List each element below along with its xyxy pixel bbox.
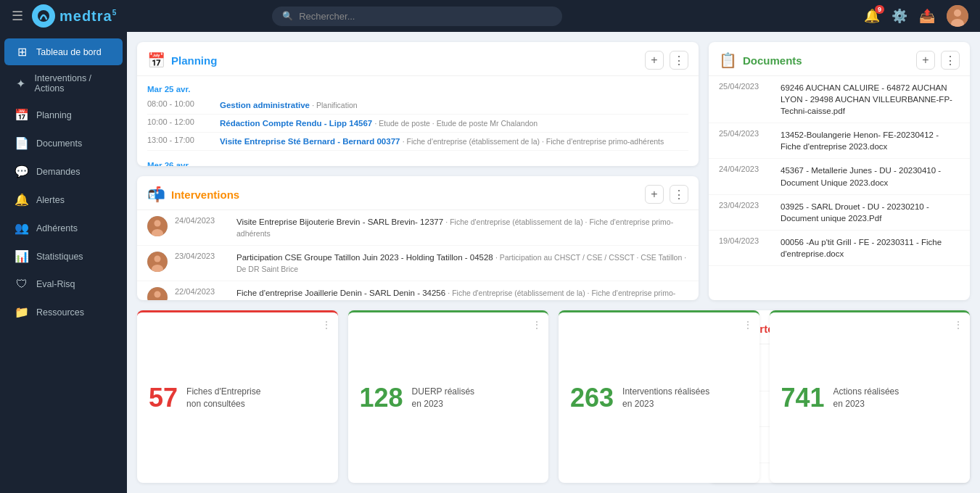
documents-body: 25/04/2023 69246 AUCHAN CALUIRE - 64872 … <box>709 76 970 266</box>
interventions-body: 24/04/2023 Visite Entreprise Bijouterie … <box>137 210 699 300</box>
dashboard-icon: ⊞ <box>15 45 29 59</box>
documents-add-button[interactable]: + <box>916 51 935 70</box>
sidebar-item-adherents[interactable]: 👥 Adhérents <box>4 215 123 241</box>
eval-risq-icon: 🛡 <box>15 278 29 291</box>
doc-date-4: 19/04/2023 <box>719 236 773 245</box>
documents-more-button[interactable]: ⋮ <box>941 51 960 70</box>
avatar-2 <box>147 287 168 300</box>
topbar: ☰ medtra5 🔍 🔔 9 ⚙️ 📤 <box>0 0 980 32</box>
sidebar-item-demandes[interactable]: 💬 Demandes <box>4 158 123 185</box>
sidebar-item-statistiques[interactable]: 📊 Statistiques <box>4 243 123 270</box>
planning-header: 📅 Planning + ⋮ <box>137 42 699 76</box>
sidebar-item-eval-risq[interactable]: 🛡 Eval-Risq <box>4 271 123 297</box>
logo: medtra5 <box>32 4 117 28</box>
stat-label-3: Actions réaliséesen 2023 <box>833 386 899 410</box>
planning-card: 📅 Planning + ⋮ Mar 25 avr. 08:00 - 10:00… <box>137 42 699 166</box>
stat-card-0: 57 Fiches d'Entreprisenon consultées ⋮ <box>137 310 338 483</box>
settings-icon[interactable]: ⚙️ <box>892 8 907 24</box>
planning-day-0: Mar 25 avr. 08:00 - 10:00 Gestion admini… <box>147 82 688 151</box>
doc-text-0: 69246 AUCHAN CALUIRE - 64872 AUCHAN LYON… <box>781 82 960 117</box>
planning-actions: + ⋮ <box>645 51 688 70</box>
sidebar-label-alertes: Alertes <box>36 195 65 205</box>
event-row: 08:00 - 10:00 Gestion administrative · P… <box>147 96 688 115</box>
interventions-actions: + ⋮ <box>645 185 688 204</box>
planning-icon: 📅 <box>15 108 29 122</box>
svg-point-2 <box>954 9 961 17</box>
interventions-header-icon: 📬 <box>147 186 165 203</box>
interventions-card: 📬 Interventions + ⋮ 24/04/2023 Visite En… <box>137 176 699 300</box>
sidebar-label-statistiques: Statistiques <box>36 252 83 262</box>
doc-item-2: 24/04/2023 45367 - Metallerie Junes - DU… <box>709 159 970 194</box>
doc-date-0: 25/04/2023 <box>719 82 773 91</box>
day-label-1: Mer 26 avr. <box>147 158 688 166</box>
event-row: 13:00 - 17:00 Visite Entreprise Sté Bern… <box>147 133 688 151</box>
doc-text-1: 13452-Boulangerie Henon- FE-20230412 - F… <box>781 129 960 152</box>
sidebar-item-documents[interactable]: 📄 Documents <box>4 130 123 157</box>
stat-menu-2[interactable]: ⋮ <box>744 320 752 330</box>
intervention-item-2: 22/04/2023 Fiche d'entreprise Joaillerie… <box>137 281 699 300</box>
notif-badge: 9 <box>875 5 884 14</box>
sidebar-item-tableau-de-bord[interactable]: ⊞ Tableau de bord <box>4 38 123 65</box>
stat-card-2: 263 Interventions réaliséesen 2023 ⋮ <box>559 310 759 483</box>
avatar-0 <box>147 216 168 236</box>
documents-title: Documents <box>743 54 910 67</box>
logo-icon <box>32 4 55 28</box>
ressources-icon: 📁 <box>15 305 29 319</box>
sidebar-item-planning[interactable]: 📅 Planning <box>4 102 123 128</box>
int-date-1: 23/04/2023 <box>175 252 229 260</box>
alertes-nav-icon: 🔔 <box>15 193 29 207</box>
planning-header-icon: 📅 <box>147 51 165 69</box>
documents-header: 📋 Documents + ⋮ <box>709 42 970 76</box>
stat-number-1: 128 <box>360 385 403 411</box>
sidebar: ⊞ Tableau de bord ✦ Interventions / Acti… <box>0 32 127 493</box>
doc-date-3: 23/04/2023 <box>719 201 773 210</box>
stat-number-2: 263 <box>570 385 614 411</box>
doc-date-2: 24/04/2023 <box>719 165 773 173</box>
int-text-2: Fiche d'entreprise Joaillerie Denin - SA… <box>236 287 688 300</box>
int-text-0: Visite Entreprise Bijouterie Brevin - SA… <box>236 216 688 239</box>
svg-point-11 <box>155 291 161 298</box>
notifications-icon[interactable]: 🔔 9 <box>864 8 880 24</box>
stat-card-1: 128 DUERP réalisésen 2023 ⋮ <box>348 310 549 483</box>
int-text-1: Participation CSE Groupe Tatillon Juin 2… <box>236 252 688 275</box>
doc-item-0: 25/04/2023 69246 AUCHAN CALUIRE - 64872 … <box>709 76 970 123</box>
doc-date-1: 25/04/2023 <box>719 129 773 138</box>
interventions-header: 📬 Interventions + ⋮ <box>137 176 699 210</box>
stat-menu-0[interactable]: ⋮ <box>322 320 331 330</box>
avatar-1 <box>147 252 168 272</box>
documents-actions: + ⋮ <box>916 51 960 70</box>
menu-icon[interactable]: ☰ <box>12 8 23 24</box>
search-bar[interactable]: 🔍 <box>272 7 562 26</box>
sidebar-item-alertes[interactable]: 🔔 Alertes <box>4 186 123 213</box>
sidebar-label-interventions-actions: Interventions / Actions <box>35 73 112 94</box>
event-text: Visite Entreprise Sté Bernard - Bernard … <box>220 136 664 147</box>
search-input[interactable] <box>299 11 552 22</box>
sidebar-item-interventions-actions[interactable]: ✦ Interventions / Actions <box>4 67 123 100</box>
search-icon: 🔍 <box>282 11 293 21</box>
sidebar-label-demandes: Demandes <box>36 167 80 177</box>
int-date-2: 22/04/2023 <box>175 287 229 296</box>
svg-point-5 <box>155 220 161 227</box>
sidebar-label-eval-risq: Eval-Risq <box>36 279 75 289</box>
stat-card-3: 741 Actions réaliséesen 2023 ⋮ <box>770 310 971 483</box>
stat-menu-3[interactable]: ⋮ <box>954 320 963 330</box>
stat-label-1: DUERP réalisésen 2023 <box>412 386 474 410</box>
sidebar-label-tableau-de-bord: Tableau de bord <box>36 47 102 57</box>
export-icon[interactable]: 📤 <box>919 8 935 24</box>
doc-item-1: 25/04/2023 13452-Boulangerie Henon- FE-2… <box>709 123 970 159</box>
stat-menu-1[interactable]: ⋮ <box>532 320 541 330</box>
stat-label-0: Fiches d'Entreprisenon consultées <box>186 386 260 410</box>
documents-card: 📋 Documents + ⋮ 25/04/2023 69246 AUCHAN … <box>709 42 970 300</box>
planning-more-button[interactable]: ⋮ <box>670 51 688 70</box>
avatar[interactable] <box>947 5 968 27</box>
sidebar-item-ressources[interactable]: 📁 Ressources <box>4 299 123 326</box>
day-label-0: Mar 25 avr. <box>147 82 688 94</box>
svg-point-8 <box>155 256 161 262</box>
int-date-0: 24/04/2023 <box>175 216 229 225</box>
planning-add-button[interactable]: + <box>645 51 664 70</box>
statistiques-icon: 📊 <box>15 249 29 263</box>
interventions-more-button[interactable]: ⋮ <box>670 185 688 204</box>
interventions-add-button[interactable]: + <box>645 185 664 204</box>
stats-row: 57 Fiches d'Entreprisenon consultées ⋮ 1… <box>137 310 970 483</box>
sidebar-label-documents: Documents <box>36 138 82 149</box>
